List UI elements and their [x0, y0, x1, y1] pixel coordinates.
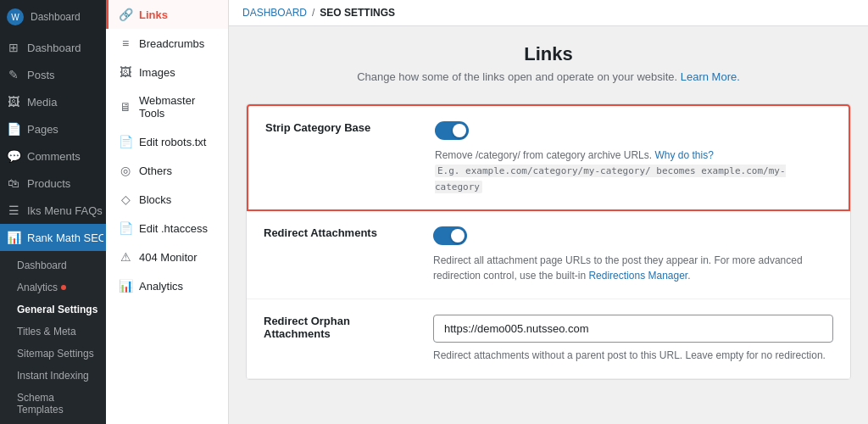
- analytics-dot: [61, 285, 66, 290]
- pages-icon: 📄: [7, 122, 20, 136]
- rm-schema-templates-item[interactable]: Schema Templates: [0, 387, 106, 421]
- rank-math-icon: 📊: [7, 231, 20, 244]
- redirections-manager-link[interactable]: Redirections Manager: [588, 270, 687, 282]
- redirect-attachments-content: Redirect all attachment page URLs to the…: [433, 226, 833, 283]
- sidebar-item-media[interactable]: 🖼 Media: [0, 88, 106, 115]
- submenu-blocks[interactable]: ◇ Blocks: [106, 185, 228, 214]
- dashboard-icon: ⊞: [7, 41, 20, 54]
- content-area: Links Change how some of the links open …: [229, 26, 868, 424]
- strip-category-row: Strip Category Base Remove /category/ fr…: [247, 104, 850, 211]
- breadcrumbs-icon: ≡: [119, 36, 132, 50]
- redirect-attachments-description: Redirect all attachment page URLs to the…: [433, 253, 833, 283]
- rm-general-settings-item[interactable]: General Settings: [0, 298, 106, 321]
- htaccess-icon: 📄: [119, 221, 132, 235]
- sidebar-logo[interactable]: W Dashboard: [0, 0, 106, 34]
- redirect-orphan-label: Redirect Orphan Attachments: [264, 315, 416, 340]
- rm-analytics-item[interactable]: Analytics: [0, 276, 106, 298]
- sub-sidebar: 🔗 Links ≡ Breadcrumbs 🖼 Images 🖥 Webmast…: [106, 0, 229, 424]
- main-content: DASHBOARD / SEO SETTINGS Links Change ho…: [229, 0, 868, 424]
- breadcrumb-current: SEO SETTINGS: [320, 7, 395, 19]
- rm-instant-indexing-item[interactable]: Instant Indexing: [0, 365, 106, 387]
- robots-icon: 📄: [119, 135, 132, 148]
- sidebar-item-pages[interactable]: 📄 Pages: [0, 115, 106, 142]
- sidebar-item-products[interactable]: 🛍 Products: [0, 170, 106, 197]
- products-icon: 🛍: [7, 176, 20, 190]
- why-do-this-link[interactable]: Why do this?: [654, 149, 713, 161]
- wordpress-icon: W: [7, 8, 24, 25]
- rm-role-manager-item[interactable]: Role Manager: [0, 421, 106, 424]
- strip-category-label: Strip Category Base: [265, 121, 418, 134]
- redirect-attachments-toggle-control[interactable]: [433, 226, 467, 245]
- submenu-webmaster[interactable]: 🖥 Webmaster Tools: [106, 86, 228, 127]
- redirect-attachments-toggle[interactable]: [433, 226, 467, 245]
- redirect-orphan-description: Redirect attachments without a parent po…: [433, 348, 833, 363]
- settings-container: Strip Category Base Remove /category/ fr…: [246, 103, 851, 380]
- submenu-others[interactable]: ◎ Others: [106, 156, 228, 185]
- learn-more-link[interactable]: Learn More.: [681, 70, 740, 83]
- sidebar: W Dashboard ⊞ Dashboard ✎ Posts 🖼 Media …: [0, 0, 106, 424]
- site-name: Dashboard: [31, 11, 81, 23]
- comments-icon: 💬: [7, 149, 20, 163]
- submenu-links[interactable]: 🔗 Links: [106, 0, 228, 29]
- strip-category-content: Remove /category/ from category archive …: [435, 121, 832, 194]
- blocks-icon: ◇: [119, 192, 132, 206]
- submenu-404-monitor[interactable]: ⚠ 404 Monitor: [106, 243, 228, 271]
- sidebar-item-lks-menu[interactable]: ☰ Iks Menu FAQs: [0, 197, 106, 224]
- sidebar-item-dashboard[interactable]: ⊞ Dashboard: [0, 34, 106, 61]
- images-icon: 🖼: [119, 65, 132, 79]
- redirect-orphan-row: Redirect Orphan Attachments Redirect att…: [247, 299, 850, 379]
- lks-menu-icon: ☰: [7, 204, 20, 217]
- strip-category-toggle[interactable]: [435, 121, 469, 140]
- submenu-analytics[interactable]: 📊 Analytics: [106, 271, 228, 300]
- submenu-images[interactable]: 🖼 Images: [106, 58, 228, 86]
- sidebar-item-posts[interactable]: ✎ Posts: [0, 61, 106, 88]
- topbar: DASHBOARD / SEO SETTINGS: [229, 0, 868, 26]
- page-title: Links: [246, 43, 851, 65]
- page-header: Links Change how some of the links open …: [246, 43, 851, 83]
- redirect-orphan-input[interactable]: [433, 315, 833, 343]
- page-subtitle: Change how some of the links open and op…: [246, 70, 851, 83]
- posts-icon: ✎: [7, 68, 20, 81]
- analytics-icon: 📊: [119, 279, 132, 293]
- redirect-orphan-content: Redirect attachments without a parent po…: [433, 315, 833, 363]
- others-icon: ◎: [119, 164, 132, 177]
- submenu-breadcrumbs[interactable]: ≡ Breadcrumbs: [106, 29, 228, 58]
- strip-category-example: E.g. example.com/category/my-category/ b…: [435, 165, 786, 193]
- breadcrumb-dashboard[interactable]: DASHBOARD: [242, 7, 307, 19]
- rm-titles-meta-item[interactable]: Titles & Meta: [0, 321, 106, 343]
- webmaster-icon: 🖥: [119, 100, 132, 114]
- breadcrumb-separator: /: [312, 7, 314, 19]
- strip-category-toggle-control[interactable]: [435, 121, 469, 140]
- sidebar-item-comments[interactable]: 💬 Comments: [0, 142, 106, 170]
- submenu-htaccess[interactable]: 📄 Edit .htaccess: [106, 214, 228, 243]
- strip-category-description: Remove /category/ from category archive …: [435, 148, 832, 194]
- sidebar-item-rank-math[interactable]: 📊 Rank Math SEO: [0, 224, 106, 251]
- media-icon: 🖼: [7, 95, 20, 109]
- rm-dashboard-item[interactable]: Dashboard: [0, 254, 106, 276]
- redirect-attachments-row: Redirect Attachments Redirect all attach…: [247, 211, 850, 299]
- links-icon: 🔗: [119, 8, 132, 21]
- redirect-attachments-label: Redirect Attachments: [264, 226, 416, 239]
- rm-sitemap-item[interactable]: Sitemap Settings: [0, 343, 106, 365]
- 404-monitor-icon: ⚠: [119, 250, 132, 264]
- rank-math-submenu: Dashboard Analytics General Settings Tit…: [0, 251, 106, 424]
- submenu-robots[interactable]: 📄 Edit robots.txt: [106, 127, 228, 156]
